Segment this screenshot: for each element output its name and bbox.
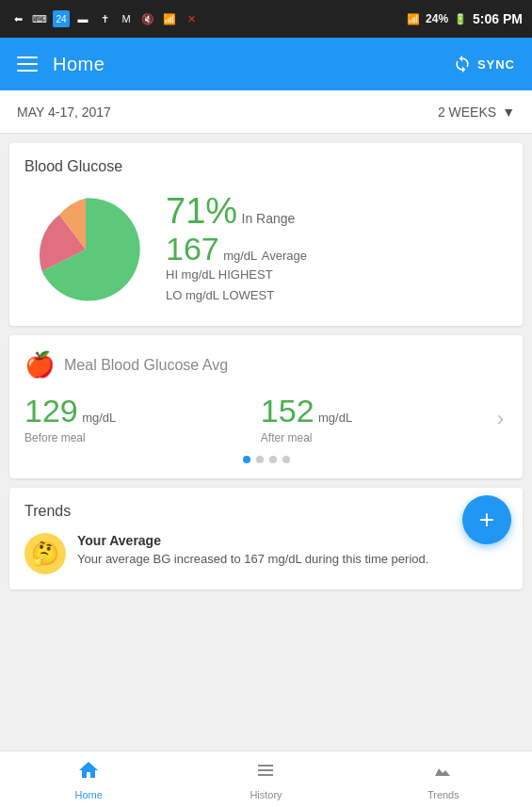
time-label: 5:06 PM: [473, 11, 523, 26]
meal-before-label: Before meal: [24, 431, 251, 444]
stat-highest: HI mg/dL HIGHEST: [166, 265, 508, 285]
header-left: Home: [17, 54, 105, 75]
calendar-icon: 24: [53, 10, 70, 27]
battery-label: 24%: [426, 12, 448, 25]
plus-icon: ✝: [96, 10, 113, 27]
trend-emoji-icon: 🤔: [24, 533, 66, 574]
sync-label: SYNC: [477, 57, 515, 72]
blood-glucose-card: Blood Glucose: [9, 143, 523, 326]
chevron-right-icon[interactable]: ›: [497, 407, 508, 431]
meal-after-row: 152 mg/dL: [261, 393, 488, 429]
stat-lowest: LO mg/dL LOWEST: [166, 285, 508, 306]
sync-icon: [453, 55, 472, 73]
trends-item: 🤔 Your Average Your average BG increased…: [24, 533, 508, 574]
back-icon: ⬅: [9, 10, 26, 27]
status-bar-right: 📶 24% 🔋 5:06 PM: [405, 10, 523, 27]
dot-4: [282, 456, 290, 463]
nav-history[interactable]: History: [177, 751, 354, 807]
bottom-nav: Home History Trends: [0, 751, 532, 807]
screen-icon: ▬: [74, 10, 91, 27]
meal-avg-label: Avg: [202, 357, 228, 373]
period-label: 2 WEEKS: [438, 105, 496, 120]
wifi-icon: 📶: [161, 10, 178, 27]
date-range: MAY 4-17, 2017: [17, 105, 111, 120]
main-content: Blood Glucose: [0, 134, 532, 751]
status-bar: ⬅ ⌨ 24 ▬ ✝ M 🔇 📶 ✕ 📶 24% 🔋 5:06 PM: [0, 0, 532, 38]
menu-line-2: [17, 63, 38, 65]
dot-1: [243, 456, 250, 463]
page-title: Home: [53, 54, 105, 75]
date-bar: MAY 4-17, 2017 2 WEEKS ▼: [0, 90, 532, 134]
x-icon: ✕: [183, 10, 200, 27]
stat-avg-value: 167: [166, 231, 219, 266]
trends-card: Trends + 🤔 Your Average Your average BG …: [9, 488, 523, 589]
chevron-down-icon: ▼: [502, 105, 515, 120]
meal-values: 129 mg/dL Before meal 152 mg/dL After me…: [24, 393, 508, 444]
menu-line-3: [17, 70, 38, 72]
meal-title-text: Meal Blood Glucose: [64, 357, 199, 373]
pie-chart: [24, 188, 147, 311]
meal-before-unit: mg/dL: [82, 411, 116, 425]
signal-icon: 📶: [405, 10, 422, 27]
blood-glucose-stats: 71% In Range 167 mg/dL Average HI mg/dL …: [166, 193, 508, 306]
apple-icon: 🍎: [24, 350, 55, 379]
mail-icon: M: [118, 10, 135, 27]
dot-2: [256, 456, 264, 463]
stat-avg-label: Average: [262, 249, 307, 263]
stat-hi-lo: HI mg/dL HIGHEST LO mg/dL LOWEST: [166, 265, 508, 306]
status-bar-left: ⬅ ⌨ 24 ▬ ✝ M 🔇 📶 ✕: [9, 10, 200, 27]
stat-avg-unit: mg/dL: [223, 249, 257, 263]
trend-item-body: Your average BG increased to 167 mg/dL d…: [77, 551, 428, 568]
meal-card-header: 🍎 Meal Blood Glucose Avg: [24, 350, 508, 379]
trends-title: Trends: [24, 503, 508, 520]
nav-history-label: History: [250, 789, 282, 800]
nav-trends[interactable]: Trends: [355, 751, 532, 807]
fab-button[interactable]: +: [462, 495, 511, 544]
blood-glucose-title: Blood Glucose: [24, 158, 508, 175]
home-icon: [77, 759, 100, 787]
nav-home[interactable]: Home: [0, 751, 177, 807]
trends-icon: [432, 759, 455, 787]
stat-percent: 71%: [166, 191, 237, 231]
trend-text: Your Average Your average BG increased t…: [77, 533, 428, 568]
meal-dots: [24, 456, 508, 463]
history-icon: [254, 759, 277, 787]
pie-svg: [24, 188, 147, 311]
stat-inrange-label: In Range: [242, 211, 296, 226]
dot-3: [269, 456, 277, 463]
meal-after-unit: mg/dL: [318, 411, 352, 425]
meal-before-col: 129 mg/dL Before meal: [24, 393, 251, 444]
blood-glucose-body: 71% In Range 167 mg/dL Average HI mg/dL …: [24, 188, 508, 311]
meal-card-title: Meal Blood Glucose Avg: [64, 357, 228, 374]
period-selector[interactable]: 2 WEEKS ▼: [438, 105, 515, 120]
meal-bg-card: 🍎 Meal Blood Glucose Avg 129 mg/dL Befor…: [9, 335, 523, 478]
keyboard-icon: ⌨: [31, 10, 48, 27]
menu-line-1: [17, 56, 38, 58]
sync-button[interactable]: SYNC: [453, 55, 515, 73]
battery-icon: 🔋: [452, 10, 469, 27]
meal-after-label: After meal: [261, 431, 488, 444]
meal-after-col: 152 mg/dL After meal: [261, 393, 488, 444]
meal-before-value: 129: [24, 393, 78, 428]
trend-item-title: Your Average: [77, 533, 428, 548]
menu-button[interactable]: [17, 56, 38, 72]
nav-trends-label: Trends: [427, 789, 459, 800]
nav-home-label: Home: [74, 789, 102, 800]
stat-percent-row: 71% In Range: [166, 193, 508, 229]
app-header: Home SYNC: [0, 38, 532, 90]
stat-avg-row: 167 mg/dL Average: [166, 233, 508, 265]
meal-before-row: 129 mg/dL: [24, 393, 251, 429]
mute-icon: 🔇: [139, 10, 156, 27]
meal-after-value: 152: [261, 393, 314, 428]
